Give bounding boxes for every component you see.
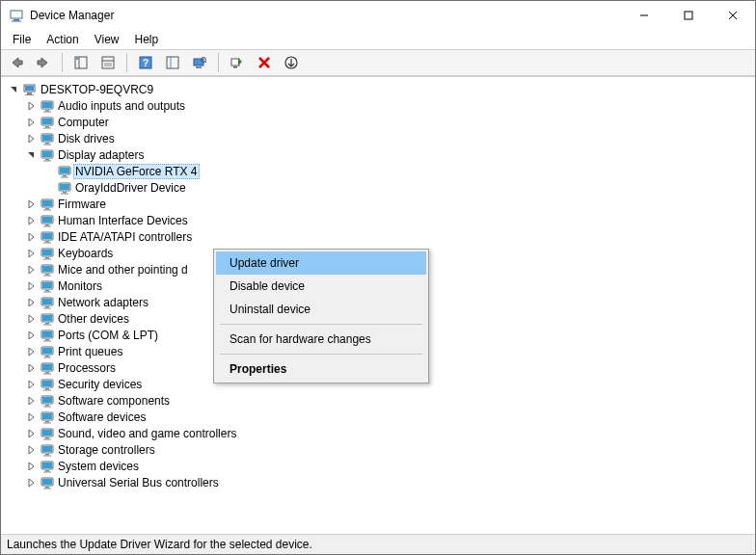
device-icon <box>40 459 55 474</box>
device-icon <box>40 360 55 376</box>
maximize-button[interactable] <box>666 1 711 30</box>
expander-closed-icon[interactable] <box>24 476 38 489</box>
expander-closed-icon[interactable] <box>24 132 38 145</box>
menubar: File Action View Help <box>1 30 755 49</box>
tree-category[interactable]: Computer <box>7 114 755 130</box>
expander-closed-icon[interactable] <box>24 263 38 277</box>
svg-rect-48 <box>60 168 69 173</box>
svg-rect-92 <box>42 348 52 354</box>
uninstall-device-button[interactable] <box>253 51 276 74</box>
svg-rect-77 <box>45 290 49 292</box>
expander-closed-icon[interactable] <box>24 460 38 473</box>
expander-closed-icon[interactable] <box>24 427 38 440</box>
svg-rect-65 <box>45 241 49 243</box>
update-driver-button[interactable] <box>280 51 303 74</box>
tree-category[interactable]: Storage controllers <box>7 441 755 458</box>
expander-closed-icon[interactable] <box>24 198 38 211</box>
toolbar-separator <box>126 53 127 72</box>
context-menu-separator <box>220 354 422 355</box>
forward-button[interactable] <box>32 51 55 74</box>
expander-open-icon[interactable] <box>7 83 20 96</box>
device-icon <box>40 393 55 409</box>
menu-help[interactable]: Help <box>127 31 167 48</box>
device-icon <box>40 147 55 163</box>
expander-closed-icon[interactable] <box>24 361 38 375</box>
svg-rect-98 <box>43 373 51 374</box>
menu-file[interactable]: File <box>5 31 39 48</box>
expander-closed-icon[interactable] <box>24 345 38 358</box>
tree-root[interactable]: DESKTOP-9EQVRC9 <box>7 81 755 97</box>
tree-item-label: Network adapters <box>58 296 148 309</box>
show-hide-console-tree-button[interactable] <box>69 51 93 74</box>
expander-closed-icon[interactable] <box>24 312 38 326</box>
svg-rect-125 <box>45 487 49 489</box>
help-button[interactable]: ? <box>134 51 157 74</box>
expander-closed-icon[interactable] <box>24 230 38 244</box>
expander-closed-icon[interactable] <box>24 214 38 227</box>
tree-category[interactable]: Audio inputs and outputs <box>7 97 755 114</box>
tree-category[interactable]: Human Interface Devices <box>7 212 755 228</box>
expander-closed-icon[interactable] <box>24 443 38 457</box>
expander-closed-icon[interactable] <box>24 279 38 293</box>
expander-closed-icon[interactable] <box>24 99 38 113</box>
svg-rect-40 <box>42 135 52 141</box>
tree-category[interactable]: Software devices <box>7 409 755 425</box>
expander-open-icon[interactable] <box>24 148 38 162</box>
tree-item-label: Display adapters <box>58 148 144 162</box>
tree-device[interactable]: NVIDIA GeForce RTX 4 <box>7 163 755 179</box>
scan-hardware-button[interactable] <box>188 51 211 74</box>
device-icon <box>57 180 72 196</box>
tree-item-label: Audio inputs and outputs <box>58 99 185 113</box>
close-button[interactable] <box>711 1 755 30</box>
expander-closed-icon[interactable] <box>24 329 38 342</box>
context-menu-item[interactable]: Properties <box>216 357 426 381</box>
tree-item-label: Sound, video and game controllers <box>58 427 236 440</box>
expander-closed-icon[interactable] <box>24 296 38 309</box>
tree-category[interactable]: Sound, video and game controllers <box>7 425 755 441</box>
svg-rect-73 <box>45 274 49 276</box>
properties-button[interactable] <box>96 51 120 74</box>
svg-rect-124 <box>42 479 52 485</box>
menu-action[interactable]: Action <box>39 31 86 48</box>
tree-item-label: NVIDIA GeForce RTX 4 <box>73 164 200 179</box>
svg-rect-97 <box>45 372 49 374</box>
expander-closed-icon[interactable] <box>24 394 38 408</box>
svg-rect-113 <box>45 437 49 439</box>
tree-category[interactable]: System devices <box>7 458 755 474</box>
context-menu-item[interactable]: Disable device <box>216 275 426 298</box>
back-button[interactable] <box>5 51 28 74</box>
device-tree-pane[interactable]: DESKTOP-9EQVRC9Audio inputs and outputsC… <box>1 76 755 534</box>
device-icon <box>40 475 55 490</box>
svg-rect-60 <box>42 217 52 223</box>
tree-category[interactable]: Disk drives <box>7 130 755 146</box>
action-button[interactable] <box>161 51 184 74</box>
tree-category[interactable]: Software components <box>7 392 755 409</box>
svg-rect-49 <box>63 175 67 177</box>
svg-rect-1 <box>14 19 19 21</box>
expander-closed-icon[interactable] <box>24 247 38 260</box>
menu-view[interactable]: View <box>87 31 127 48</box>
tree-item-label: Storage controllers <box>58 443 155 457</box>
expander-closed-icon[interactable] <box>24 410 38 424</box>
expander-closed-icon[interactable] <box>24 116 38 129</box>
context-menu-item[interactable]: Uninstall device <box>216 298 426 321</box>
tree-category[interactable]: Firmware <box>7 196 755 212</box>
tree-item-label: Software components <box>58 394 170 408</box>
enable-device-button[interactable] <box>226 51 249 74</box>
tree-device[interactable]: OrayIddDriver Device <box>7 179 755 196</box>
tree-item-label: Mice and other pointing d <box>58 263 188 277</box>
minimize-button[interactable] <box>622 1 666 30</box>
context-menu-item[interactable]: Scan for hardware changes <box>216 328 426 351</box>
tree-item-label: Monitors <box>58 279 102 293</box>
svg-rect-121 <box>45 470 49 472</box>
device-icon <box>40 344 55 359</box>
svg-rect-90 <box>43 340 51 341</box>
context-menu-item[interactable]: Update driver <box>216 251 426 275</box>
expander-closed-icon[interactable] <box>24 378 38 391</box>
svg-rect-116 <box>42 446 52 452</box>
device-icon <box>40 262 55 278</box>
tree-category[interactable]: Universal Serial Bus controllers <box>7 474 755 490</box>
tree-category[interactable]: Display adapters <box>7 146 755 163</box>
device-icon <box>40 377 55 392</box>
tree-category[interactable]: IDE ATA/ATAPI controllers <box>7 228 755 245</box>
